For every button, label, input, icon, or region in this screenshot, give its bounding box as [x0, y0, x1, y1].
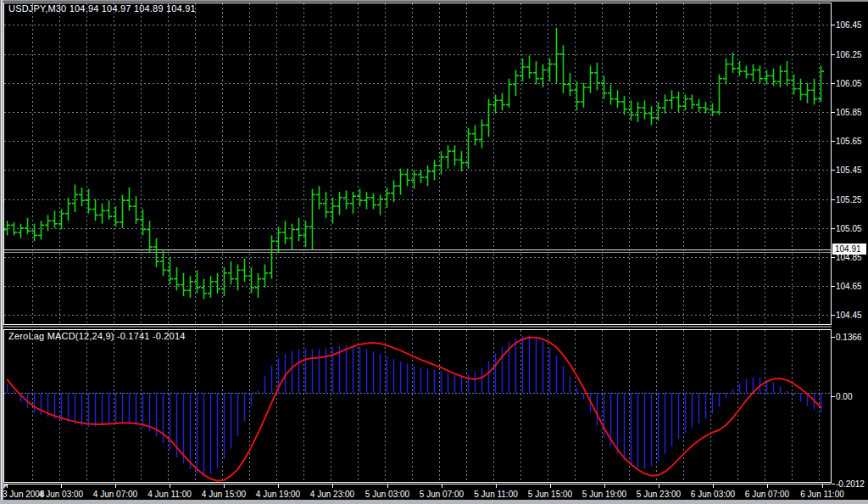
indicator-canvas[interactable]	[4, 330, 831, 482]
time-tick-label: 4 Jun 03:00	[31, 490, 91, 499]
time-tick-label: 5 Jun 23:00	[629, 490, 688, 499]
time-tick	[224, 484, 225, 488]
price-tick-label: 105.25	[836, 195, 862, 204]
time-tick-label: 5 Jun 15:00	[520, 490, 580, 499]
price-tick-label: 105.65	[836, 137, 862, 146]
price-tick-label: 105.05	[836, 224, 862, 233]
time-tick	[713, 484, 714, 488]
price-tick-label: 106.05	[836, 79, 862, 88]
price-tick-label: 104.65	[836, 282, 862, 291]
price-tick	[832, 228, 835, 229]
price-tick	[832, 170, 835, 171]
price-tick	[832, 25, 835, 25]
time-tick	[822, 484, 823, 488]
price-tick-label: 105.45	[836, 165, 862, 175]
chart-title: USDJPY,M30 104.94 104.97 104.89 104.91	[8, 4, 196, 14]
time-tick-label: 6 Jun 03:00	[683, 490, 743, 499]
price-chart-panel[interactable]	[3, 3, 832, 325]
time-tick	[550, 484, 551, 488]
price-tick	[832, 54, 835, 55]
time-tick	[332, 484, 333, 488]
time-tick	[7, 484, 8, 488]
price-tick	[832, 286, 835, 287]
time-tick	[496, 484, 497, 488]
time-tick	[61, 484, 62, 488]
window-edge-bottom	[0, 500, 868, 504]
time-tick-label: 6 Jun 07:00	[737, 490, 797, 499]
time-tick	[659, 484, 659, 488]
price-tick	[832, 83, 835, 84]
time-tick-label: 5 Jun 07:00	[412, 490, 471, 499]
price-tick-label: 106.25	[836, 50, 862, 59]
indicator-tick-label: 0.00	[836, 392, 852, 401]
window-edge-top	[0, 0, 868, 2]
time-tick	[115, 484, 116, 488]
price-tick	[832, 112, 835, 113]
indicator-tick	[832, 396, 835, 397]
time-tick-label: 4 Jun 23:00	[303, 490, 362, 499]
mt4-chart-window: { "window": { "symbol_period": "USDJPY,M…	[0, 0, 868, 504]
indicator-label: ZeroLag MACD(12,24,9) -0.1741 -0.2014	[8, 332, 186, 341]
time-tick-label: 5 Jun 11:00	[466, 490, 526, 499]
indicator-tick	[832, 337, 835, 338]
time-tick	[442, 484, 442, 488]
price-tick	[832, 315, 835, 316]
time-tick-label: 4 Jun 19:00	[248, 490, 308, 499]
time-tick	[387, 484, 388, 488]
indicator-scale[interactable]: 0.13660.00-0.2012	[832, 327, 868, 488]
price-tick	[832, 141, 835, 142]
time-tick	[604, 484, 605, 488]
price-chart-canvas[interactable]	[4, 3, 831, 324]
indicator-panel[interactable]	[3, 329, 832, 483]
price-tick	[832, 199, 835, 200]
indicator-tick-label: 0.1366	[836, 333, 862, 342]
time-tick	[170, 484, 170, 488]
time-tick-label: 5 Jun 03:00	[358, 490, 417, 499]
time-scale[interactable]: 3 Jun 20084 Jun 03:004 Jun 07:004 Jun 11…	[0, 484, 868, 500]
time-tick-label: 4 Jun 11:00	[140, 490, 199, 499]
time-tick	[767, 484, 768, 488]
time-tick-label: 4 Jun 15:00	[194, 490, 253, 499]
price-tick-label: 104.45	[836, 311, 862, 320]
time-tick-label: 4 Jun 07:00	[86, 490, 145, 499]
price-tick	[832, 257, 835, 258]
time-tick-label: 5 Jun 19:00	[575, 490, 634, 499]
price-tick-label: 105.85	[836, 108, 862, 117]
current-price-label: 104.91	[832, 244, 866, 255]
time-tick	[278, 484, 279, 488]
time-tick-label: 6 Jun 11:00	[793, 490, 852, 499]
price-tick-label: 106.45	[836, 20, 862, 30]
